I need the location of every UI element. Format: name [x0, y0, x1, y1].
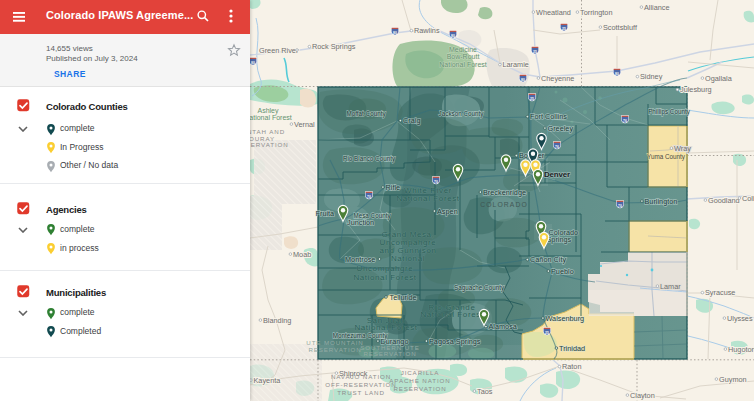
- svg-text:Fruita: Fruita: [316, 209, 336, 218]
- svg-text:Ogallala: Ogallala: [705, 74, 733, 83]
- svg-text:RESERVATION: RESERVATION: [308, 346, 361, 353]
- svg-text:80: 80: [251, 61, 255, 65]
- svg-text:Saguache County: Saguache County: [454, 284, 505, 292]
- svg-text:70: 70: [434, 180, 438, 184]
- svg-text:Springs: Springs: [547, 235, 572, 244]
- svg-text:80: 80: [615, 72, 619, 76]
- svg-text:Craig: Craig: [403, 116, 420, 125]
- svg-text:Green River: Green River: [259, 46, 299, 55]
- svg-text:Taos: Taos: [477, 387, 493, 396]
- svg-text:Ulysses: Ulysses: [727, 314, 753, 323]
- svg-text:25: 25: [530, 97, 534, 101]
- svg-text:Trinidad: Trinidad: [559, 344, 585, 353]
- svg-text:APACHE NATION: APACHE NATION: [389, 377, 450, 384]
- svg-text:70: 70: [367, 195, 371, 199]
- svg-text:Goodland: Goodland: [708, 196, 740, 205]
- svg-text:TRUST LAND: TRUST LAND: [337, 389, 385, 396]
- svg-text:RESERVATION: RESERVATION: [393, 385, 446, 392]
- svg-text:70: 70: [618, 204, 622, 208]
- svg-text:Denver: Denver: [544, 170, 570, 179]
- svg-text:Guymon: Guymon: [719, 375, 747, 384]
- svg-text:25: 25: [545, 331, 549, 335]
- svg-text:Rawlins: Rawlins: [414, 26, 440, 35]
- svg-text:Julesburg: Julesburg: [680, 85, 712, 94]
- svg-text:Uncompahgre: Uncompahgre: [357, 264, 414, 273]
- svg-text:Moab: Moab: [293, 250, 311, 259]
- svg-text:Montrose: Montrose: [345, 255, 375, 264]
- svg-text:National Forest: National Forest: [396, 194, 459, 203]
- svg-text:National Forest: National Forest: [250, 114, 292, 121]
- svg-text:Wheatland: Wheatland: [536, 8, 571, 17]
- svg-text:OFF-RESERVATION: OFF-RESERVATION: [325, 381, 396, 388]
- svg-text:Torrington: Torrington: [580, 8, 612, 17]
- svg-text:80: 80: [393, 31, 397, 35]
- svg-text:National Forest: National Forest: [353, 273, 416, 282]
- svg-text:NAVAJO NATION: NAVAJO NATION: [331, 373, 391, 380]
- svg-text:Walsenburg: Walsenburg: [546, 314, 585, 323]
- svg-text:Scottsbluff: Scottsbluff: [603, 23, 638, 32]
- svg-text:Mesa County: Mesa County: [353, 212, 391, 220]
- svg-text:Rock Springs: Rock Springs: [312, 42, 356, 51]
- svg-text:Pueblo: Pueblo: [551, 267, 574, 276]
- svg-text:Bow-Routt: Bow-Routt: [447, 53, 480, 60]
- svg-text:RESERVATION: RESERVATION: [250, 141, 289, 148]
- svg-text:Lamar: Lamar: [660, 282, 681, 291]
- svg-text:Kayenta: Kayenta: [254, 376, 282, 385]
- svg-text:Breckenridge: Breckenridge: [483, 188, 526, 197]
- svg-text:Medicine: Medicine: [449, 46, 477, 53]
- svg-text:80: 80: [451, 34, 455, 38]
- svg-text:Laramie: Laramie: [503, 60, 529, 69]
- svg-text:Fort Collins: Fort Collins: [530, 112, 567, 121]
- svg-text:76: 76: [623, 119, 627, 123]
- svg-text:Burlington: Burlington: [645, 197, 678, 206]
- svg-text:National Forest: National Forest: [439, 61, 487, 68]
- svg-text:Pagosa Springs: Pagosa Springs: [429, 337, 481, 346]
- svg-text:JICARILLA: JICARILLA: [401, 369, 440, 376]
- svg-text:National: National: [391, 254, 425, 263]
- svg-text:Greeley: Greeley: [548, 124, 574, 133]
- svg-text:Cañon City: Cañon City: [530, 255, 566, 264]
- svg-text:Raton: Raton: [562, 362, 581, 371]
- svg-text:80: 80: [521, 78, 525, 82]
- svg-text:Rio Blanco County: Rio Blanco County: [343, 155, 396, 163]
- svg-text:25: 25: [562, 27, 566, 31]
- svg-text:25: 25: [533, 50, 537, 54]
- svg-text:Jackson County: Jackson County: [439, 110, 485, 118]
- svg-text:Telluride: Telluride: [390, 293, 417, 302]
- svg-text:76: 76: [555, 145, 559, 149]
- svg-text:Aspen: Aspen: [437, 207, 458, 216]
- svg-text:Junction: Junction: [347, 218, 374, 227]
- svg-text:Cheyenne: Cheyenne: [541, 74, 574, 83]
- svg-text:Alamosa: Alamosa: [489, 322, 518, 331]
- svg-text:National Forest: National Forest: [354, 323, 417, 332]
- svg-text:Syracuse: Syracuse: [705, 288, 735, 297]
- svg-text:Clayton: Clayton: [630, 391, 655, 400]
- svg-text:Colby: Colby: [742, 194, 754, 203]
- svg-text:National Forest: National Forest: [420, 310, 483, 319]
- svg-text:Rifle: Rifle: [386, 183, 401, 192]
- svg-text:Hugoton: Hugoton: [728, 345, 754, 354]
- svg-text:Sidney: Sidney: [640, 72, 663, 81]
- svg-text:Vernal: Vernal: [294, 120, 315, 129]
- svg-text:Blanding: Blanding: [263, 316, 291, 325]
- svg-text:Moffat County: Moffat County: [346, 110, 386, 118]
- svg-text:Yuma County: Yuma County: [647, 153, 686, 161]
- svg-text:RESERVATION: RESERVATION: [363, 350, 416, 357]
- svg-text:Wray: Wray: [674, 144, 691, 153]
- svg-text:Alliance: Alliance: [644, 3, 670, 12]
- svg-text:Phillips County: Phillips County: [648, 108, 691, 116]
- svg-text:COLORADO: COLORADO: [480, 201, 528, 208]
